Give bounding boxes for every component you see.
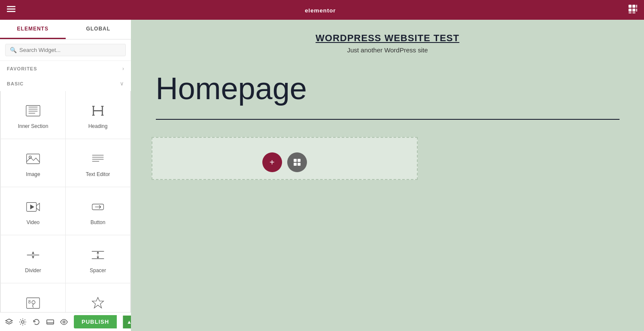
search-input[interactable] bbox=[19, 47, 121, 53]
svg-marker-31 bbox=[36, 203, 40, 210]
widget-image-label: Image bbox=[26, 171, 40, 177]
svg-rect-54 bbox=[294, 163, 297, 166]
favorites-section-header[interactable]: FAVORITES › bbox=[0, 61, 131, 76]
add-section-placeholder[interactable]: + bbox=[152, 137, 418, 180]
svg-rect-0 bbox=[7, 6, 15, 7]
svg-marker-47 bbox=[6, 319, 12, 322]
svg-rect-49 bbox=[47, 320, 54, 324]
svg-rect-53 bbox=[298, 159, 301, 162]
add-section-button[interactable]: + bbox=[262, 152, 282, 172]
logo: elementor bbox=[305, 6, 339, 13]
widget-image[interactable]: Image bbox=[1, 139, 65, 187]
widget-text-editor-label: Text Editor bbox=[86, 171, 110, 177]
widget-video[interactable]: Video bbox=[1, 187, 65, 235]
widget-video-label: Video bbox=[27, 219, 39, 225]
tab-elements[interactable]: ELEMENTS bbox=[0, 20, 66, 39]
svg-rect-4 bbox=[629, 5, 632, 8]
widget-button-label: Button bbox=[91, 219, 106, 225]
favorites-chevron-icon: › bbox=[122, 65, 124, 72]
publish-button[interactable]: PUBLISH bbox=[74, 315, 117, 328]
tab-global[interactable]: GLOBAL bbox=[66, 20, 131, 39]
responsive-icon[interactable] bbox=[46, 318, 54, 326]
svg-rect-2 bbox=[7, 11, 15, 12]
svg-text:8: 8 bbox=[28, 299, 31, 304]
eye-icon[interactable] bbox=[60, 318, 68, 326]
top-bar: elementor bbox=[0, 0, 644, 20]
bottom-bar: PUBLISH ▲ bbox=[0, 312, 131, 331]
search-box: 🔍 bbox=[0, 39, 131, 61]
svg-rect-24 bbox=[27, 154, 39, 164]
svg-point-45 bbox=[32, 301, 35, 304]
video-icon bbox=[25, 199, 41, 215]
basic-section-header[interactable]: BASIC ∨ bbox=[0, 76, 131, 91]
svg-rect-5 bbox=[632, 5, 635, 8]
svg-rect-8 bbox=[632, 9, 635, 12]
site-header: WORDPRESS WEBSITE TEST Just another Word… bbox=[316, 33, 459, 54]
svg-rect-6 bbox=[636, 5, 637, 8]
svg-marker-37 bbox=[32, 256, 34, 258]
basic-chevron-icon: ∨ bbox=[120, 80, 124, 87]
widget-heading[interactable]: Heading bbox=[66, 91, 130, 139]
search-icon: 🔍 bbox=[10, 47, 17, 53]
add-section-row: + bbox=[262, 152, 307, 172]
svg-marker-32 bbox=[30, 204, 34, 209]
basic-label: BASIC bbox=[7, 81, 24, 86]
icon-icon bbox=[90, 295, 106, 311]
svg-rect-7 bbox=[629, 9, 632, 12]
divider-icon bbox=[25, 247, 41, 263]
image-icon bbox=[25, 151, 41, 167]
inner-section-icon bbox=[25, 103, 41, 119]
svg-text:elementor: elementor bbox=[305, 7, 336, 13]
svg-marker-36 bbox=[32, 251, 34, 254]
widget-heading-label: Heading bbox=[88, 123, 108, 129]
grid-icon[interactable] bbox=[629, 5, 637, 15]
svg-rect-9 bbox=[636, 9, 637, 12]
widget-spacer-label: Spacer bbox=[90, 267, 106, 273]
site-title: WORDPRESS WEBSITE TEST bbox=[316, 33, 459, 44]
settings-icon[interactable] bbox=[19, 318, 27, 326]
svg-point-48 bbox=[21, 321, 24, 323]
google-maps-icon: 8 bbox=[25, 295, 41, 311]
svg-point-51 bbox=[63, 321, 65, 323]
svg-rect-11 bbox=[632, 12, 635, 13]
favorites-label: FAVORITES bbox=[7, 66, 37, 71]
homepage-title: Homepage bbox=[152, 71, 624, 106]
svg-rect-55 bbox=[298, 163, 301, 166]
site-tagline: Just another WordPress site bbox=[316, 46, 459, 54]
widget-text-editor[interactable]: Text Editor bbox=[66, 139, 130, 187]
text-editor-icon bbox=[90, 151, 106, 167]
canvas: WORDPRESS WEBSITE TEST Just another Word… bbox=[131, 20, 644, 331]
publish-dropdown-button[interactable]: ▲ bbox=[123, 316, 131, 328]
history-icon[interactable] bbox=[33, 318, 40, 326]
widget-inner-section[interactable]: Inner Section bbox=[1, 91, 65, 139]
sidebar-tabs: ELEMENTS GLOBAL bbox=[0, 20, 131, 39]
heading-icon bbox=[90, 103, 106, 119]
sidebar: ELEMENTS GLOBAL 🔍 FAVORITES › BASIC ∨ bbox=[0, 20, 131, 331]
widget-button[interactable]: Button bbox=[66, 187, 130, 235]
layers-icon[interactable] bbox=[5, 318, 13, 326]
button-icon bbox=[90, 199, 106, 215]
svg-rect-1 bbox=[7, 8, 15, 9]
main-layout: ELEMENTS GLOBAL 🔍 FAVORITES › BASIC ∨ bbox=[0, 20, 644, 331]
svg-rect-10 bbox=[629, 12, 632, 13]
widget-inner-section-label: Inner Section bbox=[18, 123, 49, 129]
add-template-button[interactable] bbox=[287, 152, 307, 172]
widget-divider[interactable]: Divider bbox=[1, 235, 65, 283]
widgets-grid: Inner Section Heading bbox=[0, 91, 131, 331]
hamburger-icon[interactable] bbox=[7, 5, 15, 15]
widget-spacer[interactable]: Spacer bbox=[66, 235, 130, 283]
widget-divider-label: Divider bbox=[25, 267, 41, 273]
svg-marker-46 bbox=[92, 297, 104, 308]
page-content: Homepage + bbox=[152, 71, 624, 180]
divider-element bbox=[156, 119, 620, 120]
svg-rect-52 bbox=[294, 159, 297, 162]
spacer-icon bbox=[90, 247, 106, 263]
